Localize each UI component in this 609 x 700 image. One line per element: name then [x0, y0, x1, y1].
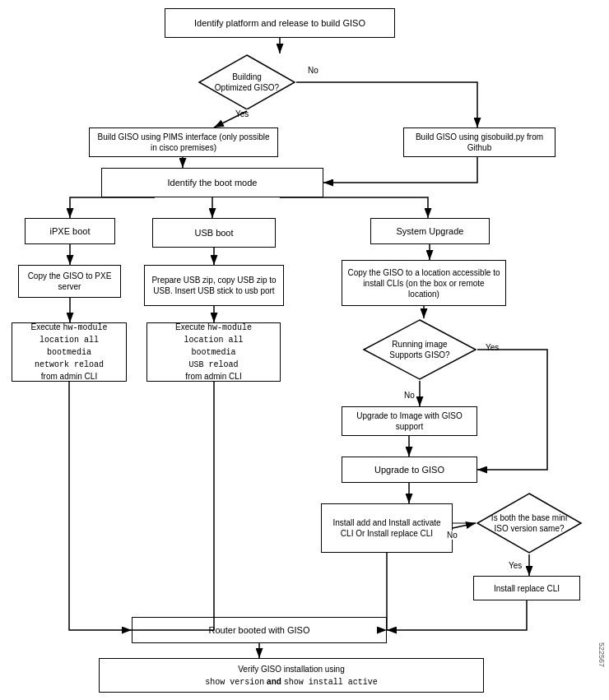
building-optimized-diamond: Building Optimized GISO? — [198, 53, 296, 111]
install-replace-label: Install replace CLI — [494, 583, 560, 594]
copy-giso-location-label: Copy the GISO to a location accessible t… — [347, 267, 500, 299]
build-github-label: Build GISO using gisobuild.py from Githu… — [409, 132, 550, 153]
identify-boot-box: Identify the boot mode — [101, 168, 323, 197]
execute-hw-usb-box: Execute hw-modulelocation allbootmediaUS… — [146, 322, 281, 382]
no-base-label: No — [447, 531, 458, 540]
prepare-usb-label: Prepare USB zip, copy USB zip to USB. In… — [150, 275, 278, 296]
router-booted-box: Router booted with GISO — [132, 617, 387, 643]
identify-platform-label: Identify platform and release to build G… — [194, 17, 365, 29]
build-pims-box: Build GISO using PIMS interface (only po… — [89, 127, 278, 157]
copy-pxe-box: Copy the GISO to PXE server — [18, 265, 121, 298]
upgrade-to-image-label: Upgrade to Image with GISO support — [347, 410, 472, 432]
install-replace-box: Install replace CLI — [473, 576, 580, 600]
ipxe-boot-label: iPXE boot — [50, 225, 91, 237]
router-booted-label: Router booted with GISO — [209, 624, 310, 636]
system-upgrade-box: System Upgrade — [370, 218, 490, 244]
install-add-label: Install add and Install activate CLI Or … — [327, 517, 447, 539]
no-building-label: No — [308, 66, 318, 75]
usb-boot-label: USB boot — [194, 227, 233, 239]
execute-hw-network-box: Execute hw-modulelocation allbootmediane… — [12, 322, 127, 382]
identify-boot-label: Identify the boot mode — [168, 177, 258, 188]
prepare-usb-box: Prepare USB zip, copy USB zip to USB. In… — [144, 265, 284, 306]
copy-giso-location-box: Copy the GISO to a location accessible t… — [342, 260, 506, 306]
upgrade-to-giso-label: Upgrade to GISO — [374, 464, 444, 475]
diagram-container: Identify platform and release to build G… — [0, 0, 609, 700]
no-running-label: No — [404, 391, 415, 400]
identify-platform-box: Identify platform and release to build G… — [165, 8, 395, 38]
watermark: 522567 — [597, 642, 606, 667]
building-optimized-label: Building Optimized GISO? — [214, 72, 280, 93]
copy-pxe-label: Copy the GISO to PXE server — [24, 271, 115, 292]
yes-base-label: Yes — [509, 561, 522, 570]
verify-giso-box: Verify GISO installation using show vers… — [99, 658, 484, 693]
usb-boot-box: USB boot — [152, 218, 276, 248]
upgrade-to-image-box: Upgrade to Image with GISO support — [342, 406, 477, 436]
execute-hw-usb-label: Execute hw-modulelocation allbootmediaUS… — [175, 322, 252, 382]
base-iso-label: Is both the base mini ISO version same? — [490, 512, 569, 534]
yes-running-label: Yes — [486, 343, 499, 352]
build-pims-label: Build GISO using PIMS interface (only po… — [95, 132, 272, 153]
yes-building-label: Yes — [235, 109, 249, 118]
system-upgrade-label: System Upgrade — [397, 225, 464, 237]
upgrade-to-giso-box: Upgrade to GISO — [342, 457, 477, 483]
svg-line-17 — [453, 523, 476, 528]
running-image-label: Running image Supports GISO? — [379, 339, 461, 360]
base-iso-diamond: Is both the base mini ISO version same? — [476, 492, 583, 554]
ipxe-boot-box: iPXE boot — [25, 218, 115, 244]
build-github-box: Build GISO using gisobuild.py from Githu… — [403, 127, 556, 157]
running-image-diamond: Running image Supports GISO? — [362, 318, 477, 381]
verify-giso-label: Verify GISO installation using show vers… — [205, 663, 377, 688]
execute-hw-network-label: Execute hw-modulelocation allbootmediane… — [31, 322, 108, 382]
install-add-box: Install add and Install activate CLI Or … — [321, 503, 453, 553]
